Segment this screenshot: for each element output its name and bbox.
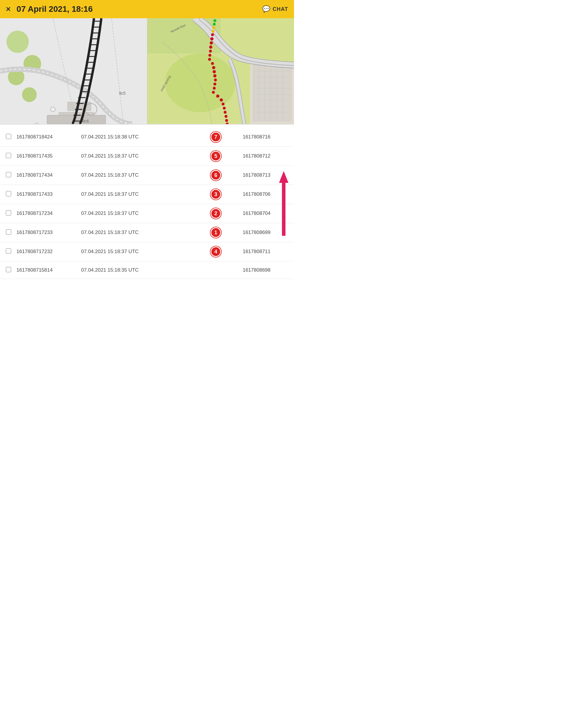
header: × 07 April 2021, 18:16 💬 CHAT [0,0,294,18]
svg-point-73 [222,103,224,106]
row-checkbox[interactable] [6,172,11,177]
row-checkbox-cell[interactable] [6,134,17,140]
row-datetime: 07.04.2021 15:18:37 UTC [81,230,210,235]
map-right[interactable]: ческий Вал ский проезд [147,18,294,124]
svg-point-66 [213,74,216,77]
row-checkbox[interactable] [6,248,11,254]
svg-point-59 [209,46,212,49]
svg-point-58 [210,41,213,45]
row-checkbox[interactable] [6,191,11,196]
svg-point-57 [210,37,213,41]
svg-point-74 [223,107,226,110]
row-checkbox-cell[interactable] [6,210,17,217]
row-checkbox-cell[interactable] [6,248,17,255]
svg-point-61 [208,54,211,57]
table-row: 1617808715814 07.04.2021 15:18:35 UTC 16… [0,261,294,279]
row-badge: 3 [210,189,224,200]
svg-point-53 [213,23,215,26]
row-badge: 7 [210,132,224,142]
row-checkbox-cell[interactable] [6,267,17,273]
row-badge: 6 [210,170,224,181]
row-checkbox[interactable] [6,229,11,235]
badge-number: 5 [210,151,221,161]
svg-point-70 [212,91,215,94]
row-datetime: 07.04.2021 15:18:37 UTC [81,153,210,159]
row-datetime: 07.04.2021 15:18:37 UTC [81,191,210,197]
table-row: 1617808717233 07.04.2021 15:18:37 UTC 1 … [0,223,294,242]
row-badge: 5 [210,151,224,161]
scroll-arrow [276,142,291,264]
row-checkbox[interactable] [6,134,11,139]
table-row: 1617808717434 07.04.2021 15:18:37 UTC 6 … [0,166,294,185]
maps-row: 9c5 9c6 Luzhniki [0,18,294,124]
row-track-id: 1617808711 [224,249,271,255]
svg-point-54 [212,26,215,29]
row-id: 1617808717434 [17,172,81,178]
svg-point-33 [165,54,235,112]
map-left[interactable]: 9c5 9c6 Luzhniki [0,18,147,124]
svg-point-64 [212,66,215,69]
svg-point-77 [225,119,228,122]
row-track-id: 1617808712 [224,153,271,159]
svg-point-65 [213,70,216,74]
row-datetime: 07.04.2021 15:18:38 UTC [81,134,210,140]
row-badge: 4 [210,246,224,257]
row-track-id: 1617808713 [224,172,271,178]
row-datetime: 07.04.2021 15:18:37 UTC [81,249,210,255]
table-row: 1617808717433 07.04.2021 15:18:37 UTC 3 … [0,185,294,204]
row-id: 1617808717233 [17,230,81,235]
svg-point-30 [50,107,55,112]
row-track-id: 1617808704 [224,210,271,216]
badge-number: 4 [210,246,221,257]
svg-rect-80 [282,183,286,236]
row-checkbox[interactable] [6,267,11,272]
row-badge: 2 [210,208,224,219]
svg-point-75 [224,111,226,114]
badge-number: 6 [210,170,221,181]
svg-point-76 [224,115,227,118]
row-id: 1617808718424 [17,134,81,140]
svg-point-62 [208,58,211,61]
row-checkbox-cell[interactable] [6,172,17,179]
table-container: 1617808718424 07.04.2021 15:18:38 UTC 7 … [0,128,294,279]
chat-icon: 💬 [262,5,270,13]
svg-point-68 [213,83,216,86]
svg-point-52 [213,19,216,22]
row-checkbox-cell[interactable] [6,191,17,197]
badge-number: 2 [210,208,221,219]
svg-point-55 [211,30,214,33]
row-datetime: 07.04.2021 15:18:37 UTC [81,172,210,178]
row-id: 1617808717234 [17,210,81,216]
svg-point-63 [211,62,214,65]
row-checkbox-cell[interactable] [6,153,17,159]
row-checkbox[interactable] [6,153,11,158]
svg-point-1 [6,30,29,53]
table-row: 1617808718424 07.04.2021 15:18:38 UTC 7 … [0,128,294,147]
svg-point-71 [216,95,219,98]
svg-point-69 [213,87,215,90]
row-track-id: 1617808698 [224,267,271,273]
svg-point-60 [209,50,212,53]
chat-label: CHAT [273,6,288,12]
row-checkbox-cell[interactable] [6,229,17,236]
svg-marker-79 [279,171,289,183]
svg-point-67 [214,79,217,81]
row-badge: 1 [210,227,224,238]
close-button[interactable]: × [6,4,10,14]
row-id: 1617808717433 [17,191,81,197]
table-row: 1617808717435 07.04.2021 15:18:37 UTC 5 … [0,147,294,166]
svg-point-4 [22,87,37,102]
row-id: 1617808715814 [17,267,81,273]
table-row: 1617808717232 07.04.2021 15:18:37 UTC 4 … [0,242,294,261]
badge-number: 3 [210,189,221,200]
row-id: 1617808717435 [17,153,81,159]
svg-point-56 [211,33,214,36]
svg-rect-36 [253,65,291,121]
table-row: 1617808717234 07.04.2021 15:18:37 UTC 2 … [0,204,294,223]
svg-point-72 [219,98,223,101]
svg-text:9c6: 9c6 [82,119,89,124]
chat-button[interactable]: 💬 CHAT [262,5,288,13]
row-track-id: 1617808706 [224,191,271,197]
row-checkbox[interactable] [6,210,11,215]
badge-number: 1 [210,227,221,238]
